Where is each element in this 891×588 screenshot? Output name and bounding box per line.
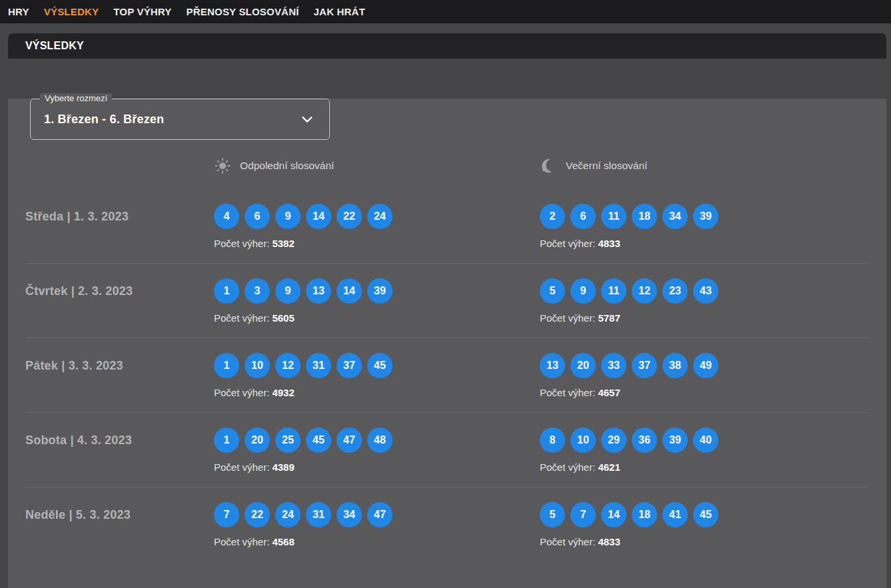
drawn-numbers: 72224313447 [214, 502, 540, 527]
lottery-number-ball: 40 [693, 428, 718, 453]
lottery-number-ball: 22 [337, 204, 362, 229]
lottery-number-ball: 45 [693, 502, 718, 527]
evening-draw: 2611183439 Počet výher:4833 [540, 204, 869, 249]
wins-label: Počet výher: [214, 387, 269, 398]
sun-icon [214, 157, 231, 174]
date-range-select[interactable]: Vyberte rozmezí 1. Březen - 6. Březen [30, 99, 330, 140]
lottery-number-ball: 45 [367, 353, 393, 378]
lottery-number-ball: 13 [306, 278, 331, 304]
lottery-number-ball: 11 [601, 278, 626, 304]
evening-draw: 5714184145 Počet výher:4833 [540, 502, 869, 547]
lottery-number-ball: 7 [570, 502, 596, 527]
lottery-number-ball: 20 [570, 353, 596, 378]
result-row: Sobota | 4. 3. 2023 12025454748 Počet vý… [25, 412, 869, 487]
wins-count: Počet výher:4657 [540, 387, 869, 398]
lottery-number-ball: 29 [601, 428, 626, 453]
lottery-number-ball: 39 [662, 428, 688, 453]
lottery-number-ball: 2 [540, 204, 565, 229]
lottery-number-ball: 3 [245, 278, 270, 304]
day-date-label: Čtvrtek | 2. 3. 2023 [25, 278, 214, 304]
lottery-number-ball: 13 [540, 353, 565, 378]
lottery-number-ball: 23 [662, 278, 688, 304]
wins-label: Počet výher: [540, 238, 595, 249]
panel-body: Vyberte rozmezí 1. Březen - 6. Březen Od… [8, 99, 886, 588]
column-headers: Odpolední slosování Večerní slosování [25, 157, 869, 174]
lottery-number-ball: 4 [214, 204, 239, 229]
lottery-number-ball: 39 [693, 204, 718, 229]
drawn-numbers: 12025454748 [214, 428, 540, 453]
lottery-number-ball: 37 [337, 353, 362, 378]
nav-item-vysledky[interactable]: VÝSLEDKY [44, 6, 99, 17]
drawn-numbers: 11012313745 [214, 353, 540, 378]
afternoon-draw: 469142224 Počet výher:5382 [214, 204, 540, 249]
drawn-numbers: 2611183439 [540, 204, 869, 229]
wins-value: 4932 [272, 387, 294, 398]
drawn-numbers: 81029363940 [540, 428, 869, 453]
lottery-number-ball: 9 [275, 204, 301, 229]
nav-item-top-vyhry[interactable]: TOP VÝHRY [113, 6, 171, 17]
wins-label: Počet výher: [214, 461, 269, 473]
lottery-number-ball: 9 [275, 278, 301, 304]
result-row: Čtvrtek | 2. 3. 2023 139131439 Počet výh… [25, 263, 869, 338]
lottery-number-ball: 31 [306, 502, 331, 527]
lottery-number-ball: 12 [275, 353, 301, 378]
lottery-number-ball: 34 [662, 204, 688, 229]
wins-label: Počet výher: [214, 238, 269, 249]
lottery-number-ball: 47 [337, 428, 362, 453]
page-title: VÝSLEDKY [25, 40, 84, 52]
wins-value: 4833 [598, 238, 620, 249]
afternoon-draw: 139131439 Počet výher:5605 [214, 278, 540, 324]
wins-label: Počet výher: [214, 312, 269, 324]
wins-label: Počet výher: [540, 461, 595, 473]
wins-value: 4833 [598, 536, 620, 547]
lottery-number-ball: 49 [693, 353, 718, 378]
wins-value: 4657 [598, 387, 620, 398]
wins-count: Počet výher:4568 [214, 536, 540, 547]
wins-value: 5787 [598, 312, 620, 324]
lottery-number-ball: 14 [601, 502, 626, 527]
lottery-number-ball: 41 [662, 502, 688, 527]
lottery-number-ball: 7 [214, 502, 239, 527]
drawn-numbers: 139131439 [214, 278, 540, 304]
lottery-number-ball: 18 [632, 204, 657, 229]
nav-item-prenosy-slosovani[interactable]: PŘENOSY SLOSOVÁNÍ [187, 6, 299, 17]
wins-label: Počet výher: [540, 312, 595, 324]
wins-value: 5605 [272, 312, 294, 324]
result-row: Středa | 1. 3. 2023 469142224 Počet výhe… [25, 189, 869, 263]
lottery-number-ball: 11 [601, 204, 626, 229]
lottery-number-ball: 1 [214, 278, 239, 304]
result-row: Pátek | 3. 3. 2023 11012313745 Počet výh… [25, 338, 869, 412]
day-date-label: Neděle | 5. 3. 2023 [25, 502, 214, 527]
drawn-numbers: 132033373849 [540, 353, 869, 378]
wins-count: Počet výher:4932 [214, 387, 540, 398]
lottery-number-ball: 14 [306, 204, 331, 229]
date-range-select-value: 1. Březen - 6. Březen [31, 113, 164, 127]
lottery-number-ball: 6 [245, 204, 270, 229]
lottery-number-ball: 25 [275, 428, 301, 453]
lottery-number-ball: 6 [570, 204, 596, 229]
results-list: Středa | 1. 3. 2023 469142224 Počet výhe… [25, 189, 869, 561]
nav-item-hry[interactable]: HRY [8, 6, 29, 17]
wins-count: Počet výher:5382 [214, 238, 540, 249]
evening-draw: 5911122343 Počet výher:5787 [540, 278, 869, 324]
panel-header: VÝSLEDKY [8, 33, 886, 59]
lottery-number-ball: 43 [693, 278, 718, 304]
lottery-number-ball: 36 [632, 428, 657, 453]
lottery-number-ball: 33 [601, 353, 626, 378]
wins-value: 5382 [272, 238, 294, 249]
lottery-number-ball: 5 [540, 278, 565, 304]
result-row: Neděle | 5. 3. 2023 72224313447 Počet vý… [25, 487, 869, 561]
lottery-number-ball: 24 [367, 204, 393, 229]
lottery-number-ball: 9 [570, 278, 596, 304]
afternoon-column-label: Odpolední slosování [240, 160, 334, 172]
nav-item-jak-hrat[interactable]: JAK HRÁT [314, 6, 365, 17]
lottery-number-ball: 48 [367, 428, 393, 453]
lottery-number-ball: 34 [337, 502, 362, 527]
wins-label: Počet výher: [540, 536, 595, 547]
wins-value: 4389 [272, 461, 294, 473]
drawn-numbers: 5714184145 [540, 502, 869, 527]
day-date-label: Pátek | 3. 3. 2023 [25, 353, 214, 378]
lottery-number-ball: 31 [306, 353, 331, 378]
lottery-number-ball: 8 [540, 428, 565, 453]
day-date-label: Sobota | 4. 3. 2023 [25, 428, 214, 453]
